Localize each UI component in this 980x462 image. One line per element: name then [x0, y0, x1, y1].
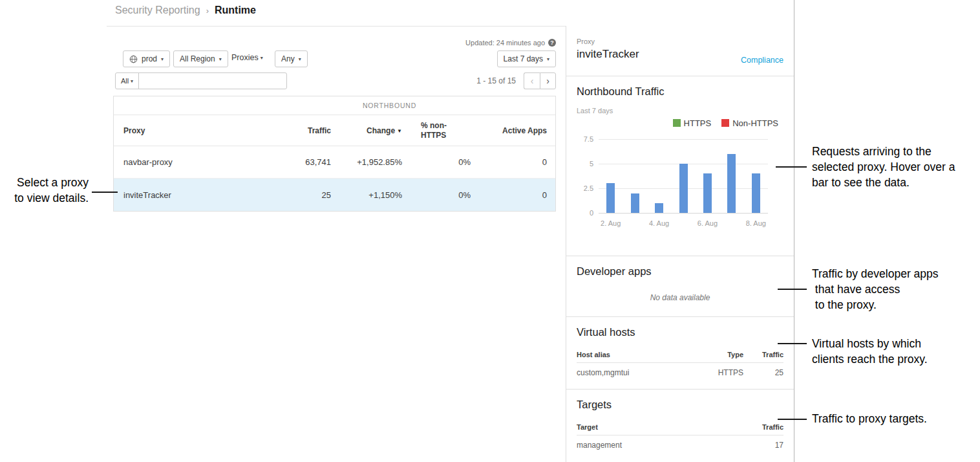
- search-input[interactable]: [138, 72, 287, 89]
- globe-icon: [129, 55, 138, 63]
- targets-title: Targets: [577, 399, 783, 411]
- search-scope-value: All: [121, 77, 129, 85]
- cell-traffic: 63,741: [275, 157, 331, 167]
- annotation-targets-note: Traffic to proxy targets.: [812, 411, 927, 426]
- column-header-change[interactable]: Change▼: [331, 126, 402, 135]
- table-row[interactable]: navbar-proxy 63,741 +1,952.85% 0% 0: [114, 146, 555, 179]
- updated-status: Updated: 24 minutes ago ?: [465, 39, 556, 47]
- legend-swatch-icon: [721, 119, 729, 127]
- no-data-message: No data available: [577, 293, 783, 302]
- region-dropdown[interactable]: All Region ▾: [173, 50, 228, 67]
- table-row-selected[interactable]: inviteTracker 25 +1,150% 0% 0: [114, 179, 555, 211]
- developer-apps-section: Developer apps No data available: [566, 256, 794, 317]
- chart-bar[interactable]: [606, 183, 615, 213]
- any-filter-dropdown[interactable]: Any ▾: [275, 50, 308, 67]
- chart-subtitle: Last 7 days: [577, 107, 783, 115]
- cell-traffic: 25: [743, 368, 783, 377]
- prev-page-button[interactable]: ‹: [524, 72, 540, 89]
- annotation-line: Traffic to proxy targets.: [812, 411, 927, 426]
- annotation-line: selected proxy. Hover over a: [812, 159, 955, 175]
- targets-table: Target Traffic management 17: [577, 419, 783, 455]
- compliance-link[interactable]: Compliance: [741, 56, 783, 65]
- legend-label: HTTPS: [684, 118, 712, 128]
- annotation-line: to view details.: [14, 190, 89, 206]
- legend-label: Non-HTTPS: [732, 118, 778, 128]
- virtual-hosts-table: Host alias Type Traffic custom,mgmtui HT…: [577, 346, 783, 382]
- column-header-target: Target: [577, 423, 743, 431]
- cell-non-https: 0%: [402, 190, 471, 200]
- proxies-dropdown[interactable]: Proxies ▾: [231, 53, 263, 62]
- proxy-table: NORTHBOUND Proxy Traffic Change▼ % non-H…: [113, 96, 556, 212]
- search-scope-dropdown[interactable]: All ▾: [115, 72, 139, 89]
- environment-dropdown[interactable]: prod ▾: [123, 50, 170, 67]
- chart-legend: HTTPSNon-HTTPS: [577, 118, 783, 127]
- gridline: [599, 213, 768, 214]
- column-header-active-apps[interactable]: Active Apps: [471, 126, 555, 135]
- chevron-down-icon: ▾: [219, 56, 222, 62]
- northbound-traffic-section: Northbound Traffic Last 7 days HTTPSNon-…: [566, 76, 794, 256]
- chart-bar[interactable]: [631, 193, 639, 213]
- cell-traffic: 17: [743, 441, 783, 450]
- updated-text: Updated: 24 minutes ago: [465, 39, 545, 47]
- region-value: All Region: [180, 54, 215, 63]
- y-axis-label: 0: [577, 209, 593, 217]
- chevron-left-icon: ‹: [531, 76, 534, 86]
- column-header-host-alias: Host alias: [577, 351, 698, 358]
- y-axis-label: 2.5: [577, 184, 593, 192]
- next-page-button[interactable]: ›: [540, 72, 556, 89]
- callout-line-targets: [778, 419, 807, 420]
- cell-active-apps: 0: [471, 157, 555, 167]
- legend-swatch-icon: [673, 119, 681, 127]
- x-axis-label: 2. Aug: [601, 219, 621, 227]
- annotation-line: Select a proxy: [14, 175, 89, 190]
- chart-bar[interactable]: [679, 164, 688, 213]
- proxy-detail-panel: Proxy inviteTracker Compliance Northboun…: [566, 26, 794, 462]
- breadcrumb-separator-icon: ›: [206, 6, 209, 16]
- date-range-dropdown[interactable]: Last 7 days ▾: [497, 50, 556, 67]
- pagination-label: 1 - 15 of 15: [476, 76, 516, 85]
- chart: 02.557.52. Aug4. Aug6. Aug8. Aug: [577, 137, 783, 234]
- panel-right-border: [794, 0, 794, 462]
- breadcrumb-parent[interactable]: Security Reporting: [115, 5, 200, 16]
- chart-bar[interactable]: [752, 173, 760, 213]
- proxies-label: Proxies: [231, 53, 259, 62]
- chart-bar[interactable]: [703, 173, 712, 213]
- chevron-down-icon: ▾: [261, 55, 263, 61]
- pagination: 1 - 15 of 15 ‹ ›: [476, 72, 556, 89]
- x-axis-label: 6. Aug: [698, 219, 718, 227]
- annotation-line: to the proxy.: [812, 297, 939, 313]
- legend-item: Non-HTTPS: [721, 118, 778, 127]
- chevron-down-icon: ▾: [547, 56, 549, 62]
- chart-bar[interactable]: [727, 154, 736, 213]
- breadcrumb: Security Reporting › Runtime: [115, 5, 256, 16]
- target-row: management 17: [577, 435, 783, 455]
- column-header-non-https[interactable]: % non-HTTPS: [402, 121, 471, 140]
- any-value: Any: [281, 54, 295, 63]
- column-header-traffic: Traffic: [743, 351, 783, 358]
- chart-bar[interactable]: [655, 203, 663, 213]
- cell-proxy-name: navbar-proxy: [114, 157, 275, 167]
- help-icon[interactable]: ?: [548, 39, 556, 47]
- x-axis-label: 4. Aug: [649, 219, 669, 227]
- callout-line-chart: [776, 166, 807, 168]
- legend-item: HTTPS: [673, 118, 712, 127]
- callout-line-select-proxy: [92, 192, 118, 193]
- annotation-line: Traffic by developer apps: [812, 266, 939, 281]
- column-header-proxy[interactable]: Proxy: [114, 126, 275, 135]
- y-axis-label: 5: [577, 160, 593, 168]
- proxy-label: Proxy: [577, 38, 783, 45]
- annotation-virtual-hosts-note: Virtual hosts by whichclients reach the …: [812, 336, 928, 367]
- page: Security Reporting › Runtime Updated: 24…: [0, 0, 980, 462]
- annotation-line: that have access: [812, 281, 939, 297]
- cell-change: +1,150%: [331, 190, 402, 200]
- column-header-traffic[interactable]: Traffic: [275, 126, 331, 135]
- targets-header-row: Target Traffic: [577, 419, 783, 435]
- group-header-label: NORTHBOUND: [224, 96, 555, 115]
- cell-active-apps: 0: [471, 190, 555, 200]
- cell-non-https: 0%: [402, 157, 471, 167]
- chart-plot: [599, 139, 768, 213]
- callout-line-virtual-hosts: [778, 343, 807, 344]
- cell-type: HTTPS: [698, 368, 743, 377]
- callout-line-developer-apps: [778, 289, 807, 290]
- annotation-line: Requests arriving to the: [812, 144, 955, 159]
